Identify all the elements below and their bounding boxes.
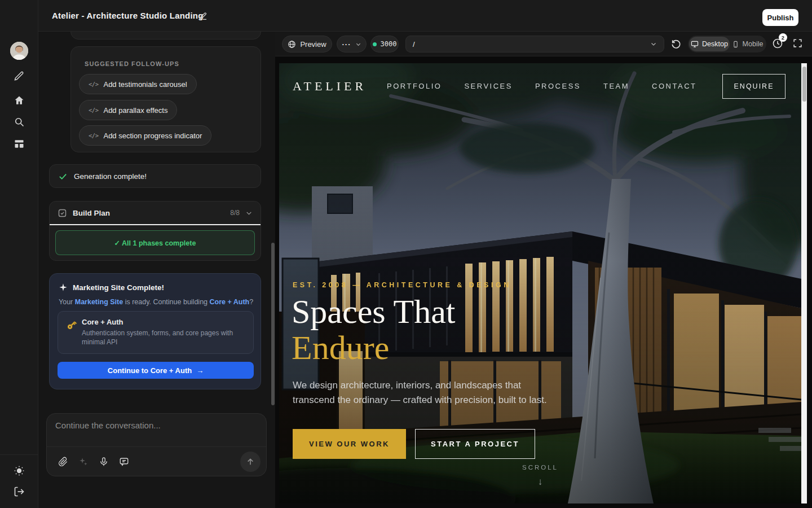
arrow-right-icon: → (196, 366, 204, 375)
globe-icon (288, 40, 296, 49)
scroll-label: SCROLL (279, 464, 801, 471)
followups-card: SUGGESTED FOLLOW-UPS </> Add testimonial… (70, 46, 261, 152)
code-icon: </> (89, 132, 98, 139)
sidebar-rail (0, 0, 38, 508)
phase-count: 8/8 (230, 209, 240, 217)
preview-shell: Preview ··· 3000 / Desktop (275, 32, 812, 508)
scroll-down-icon: ↓ (279, 476, 801, 488)
avatar[interactable] (10, 42, 28, 60)
arrow-up-icon (246, 457, 255, 466)
sparkle-icon (59, 283, 68, 292)
nav-portfolio[interactable]: PORTFOLIO (387, 82, 442, 90)
mobile-toggle[interactable]: Mobile (730, 37, 765, 51)
preview-button[interactable]: Preview (282, 36, 332, 52)
code-icon: </> (89, 107, 98, 113)
desktop-toggle[interactable]: Desktop (689, 37, 730, 51)
chevron-down-icon[interactable] (650, 41, 657, 47)
handoff-title: Marketing Site Complete! (73, 283, 164, 292)
app-window: Atelier - Architecture Studio Landing Pu… (0, 0, 812, 508)
composer-toolbar (47, 446, 266, 476)
nav-services[interactable]: SERVICES (464, 82, 513, 90)
templates-icon[interactable] (14, 138, 25, 150)
handoff-body: Your Marketing Site is ready. Continue b… (59, 298, 253, 306)
key-icon (65, 319, 78, 331)
followup-chip[interactable]: </> Add section progress indicator (79, 125, 211, 146)
generation-complete-card: Generation complete! (49, 164, 261, 188)
enquire-button[interactable]: ENQUIRE (722, 74, 785, 99)
previous-message-card (70, 32, 261, 40)
preview-toolbar: Preview ··· 3000 / Desktop (275, 32, 812, 56)
theme-toggle-icon[interactable] (14, 465, 25, 476)
enhance-icon[interactable] (78, 457, 89, 467)
check-icon (58, 172, 68, 181)
handoff-card: Marketing Site Complete! Your Marketing … (49, 273, 261, 389)
home-icon[interactable] (14, 95, 25, 106)
build-plan-card: Build Plan 8/8 ✓ All 1 phases complete (49, 201, 261, 261)
site-nav: PORTFOLIO SERVICES PROCESS TEAM CONTACT (387, 82, 696, 90)
history-badge: 2 (779, 33, 787, 42)
core-auth-link[interactable]: Core + Auth (210, 298, 250, 306)
nav-process[interactable]: PROCESS (535, 82, 581, 90)
search-icon[interactable] (14, 116, 25, 128)
logout-icon[interactable] (14, 486, 25, 497)
chat-input[interactable] (55, 421, 258, 443)
send-button[interactable] (240, 452, 261, 472)
chevron-down-icon (355, 41, 361, 47)
nav-contact[interactable]: CONTACT (652, 82, 696, 90)
composer (46, 413, 267, 476)
core-auth-option-card[interactable]: Core + Auth Authentication system, forms… (58, 311, 254, 354)
site-scrollbar-thumb[interactable] (802, 67, 806, 102)
hero-subtext: We design architecture, interiors, and l… (293, 378, 563, 408)
device-toggle: Desktop Mobile (688, 36, 766, 52)
desktop-icon (691, 40, 699, 48)
edit-title-icon[interactable] (198, 12, 208, 21)
followup-chip[interactable]: </> Add testimonials carousel (79, 74, 197, 94)
chat-panel: SUGGESTED FOLLOW-UPS </> Add testimonial… (38, 32, 275, 508)
mic-icon[interactable] (99, 457, 109, 467)
site-logo[interactable]: ATELIER (293, 79, 367, 94)
attach-icon[interactable] (58, 457, 68, 467)
phases-complete-banner: ✓ All 1 phases complete (55, 230, 255, 255)
url-bar[interactable]: / (405, 36, 664, 52)
url-path: / (413, 40, 415, 49)
fullscreen-icon[interactable] (792, 38, 805, 50)
preview-menu-button[interactable]: ··· (337, 36, 367, 52)
hero-title-line2: Endure (292, 330, 389, 366)
checkbox-icon (58, 208, 67, 218)
continue-core-auth-button[interactable]: Continue to Core + Auth→ (58, 362, 254, 379)
refresh-icon[interactable] (670, 38, 683, 50)
site-preview: ATELIER PORTFOLIO SERVICES PROCESS TEAM … (279, 63, 801, 503)
view-work-button[interactable]: VIEW OUR WORK (293, 429, 406, 459)
message-icon[interactable] (119, 457, 129, 467)
chat-scrollbar[interactable] (271, 243, 275, 405)
marketing-site-link[interactable]: Marketing Site (75, 298, 123, 306)
hero-eyebrow: EST. 2008 — ARCHITECTURE & DESIGN (293, 281, 511, 289)
nav-team[interactable]: TEAM (603, 82, 629, 90)
top-bar: Atelier - Architecture Studio Landing Pu… (0, 0, 812, 32)
build-plan-header[interactable]: Build Plan 8/8 (50, 202, 261, 224)
compose-icon[interactable] (14, 71, 25, 82)
hero-title-line1: Spaces That (292, 294, 455, 330)
code-icon: </> (89, 81, 98, 87)
mobile-icon (732, 41, 739, 48)
publish-button[interactable]: Publish (762, 9, 798, 26)
site-scrollbar-track[interactable] (801, 63, 807, 503)
followup-chip[interactable]: </> Add parallax effects (79, 100, 177, 120)
port-badge: 3000 (370, 36, 399, 52)
start-project-button[interactable]: START A PROJECT (415, 429, 535, 459)
rail-divider (0, 454, 38, 455)
project-title: Atelier - Architecture Studio Landing (52, 11, 204, 20)
status-dot (373, 42, 377, 46)
chevron-down-icon (245, 209, 253, 217)
followups-heading: SUGGESTED FOLLOW-UPS (85, 60, 179, 67)
progress-bar (50, 224, 261, 225)
